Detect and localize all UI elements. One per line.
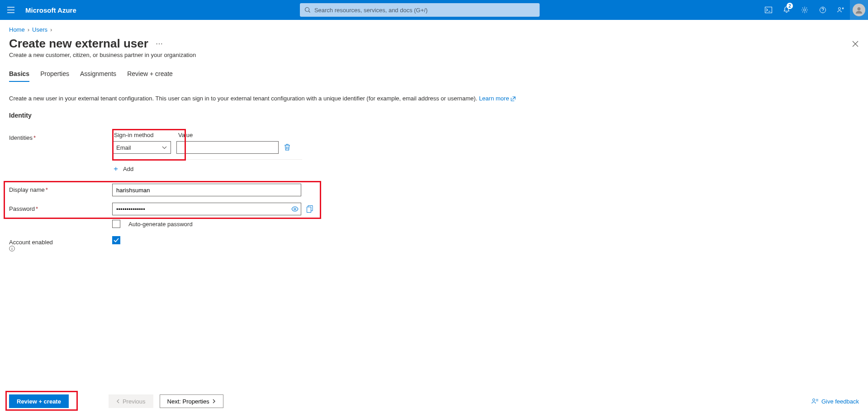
add-identity-button[interactable]: ＋ Add (112, 159, 302, 177)
page-title: Create new external user (9, 37, 148, 51)
external-link-icon (511, 96, 516, 101)
trash-icon (284, 144, 290, 151)
autogen-checkbox[interactable] (112, 220, 120, 228)
top-header: Microsoft Azure 2 (0, 0, 868, 20)
page-subtitle: Create a new customer, citizen, or busin… (0, 52, 868, 64)
feedback-icon (837, 6, 844, 14)
account-enabled-label: Account enabled (9, 236, 112, 252)
password-input[interactable] (112, 203, 301, 215)
info-button[interactable] (9, 246, 112, 252)
search-box[interactable] (300, 3, 540, 17)
tabs: Basics Properties Assignments Review + c… (0, 64, 868, 82)
hamburger-icon (7, 7, 14, 13)
tab-review-create[interactable]: Review + create (127, 66, 173, 82)
menu-toggle[interactable] (0, 0, 22, 20)
check-icon (114, 238, 119, 242)
brand-label[interactable]: Microsoft Azure (22, 6, 80, 14)
account-button[interactable] (850, 0, 868, 20)
svg-point-2 (804, 9, 806, 11)
feedback-button[interactable] (832, 0, 850, 20)
intro-text: Create a new user in your external tenan… (9, 95, 859, 102)
breadcrumb-home[interactable]: Home (9, 26, 25, 33)
plus-icon: ＋ (112, 164, 119, 174)
svg-point-5 (858, 7, 861, 10)
info-icon (9, 246, 15, 252)
search-container (80, 3, 759, 17)
account-enabled-row: Account enabled (9, 236, 859, 252)
more-actions-button[interactable]: ⋯ (156, 39, 163, 48)
signin-method-label: Sign-in method (112, 132, 171, 138)
svg-point-0 (305, 8, 309, 12)
password-row: Password* (9, 203, 859, 215)
header-actions: 2 (759, 0, 868, 20)
notifications-button[interactable]: 2 (778, 0, 796, 20)
autogen-row: Auto-generate password (9, 220, 859, 228)
title-row: Create new external user ⋯ (0, 35, 868, 52)
toggle-password-button[interactable] (291, 206, 299, 212)
display-name-row: Display name* (9, 184, 859, 196)
search-input[interactable] (314, 7, 535, 14)
help-button[interactable] (814, 0, 832, 20)
copy-password-button[interactable] (307, 205, 313, 213)
close-icon (852, 40, 859, 47)
value-label: Value (176, 132, 279, 138)
cloud-shell-button[interactable] (759, 0, 778, 20)
chevron-down-icon (162, 146, 167, 149)
breadcrumb-users[interactable]: Users (32, 26, 47, 33)
delete-identity-button[interactable] (284, 144, 290, 151)
learn-more-link[interactable]: Learn more (479, 95, 516, 102)
signin-method-select[interactable]: Email (112, 141, 171, 154)
svg-point-6 (294, 208, 296, 210)
autogen-label: Auto-generate password (128, 221, 193, 228)
tab-basics[interactable]: Basics (9, 66, 29, 82)
display-name-input[interactable] (112, 184, 301, 196)
display-name-label: Display name* (9, 184, 112, 193)
svg-rect-7 (307, 207, 311, 213)
search-icon (304, 7, 311, 13)
cloud-shell-icon (765, 7, 772, 13)
svg-rect-1 (765, 7, 772, 13)
help-icon (819, 6, 826, 14)
svg-point-4 (839, 8, 841, 10)
tab-assignments[interactable]: Assignments (80, 66, 116, 82)
chevron-right-icon: › (50, 26, 52, 33)
value-input[interactable] (176, 141, 279, 154)
account-enabled-checkbox[interactable] (112, 236, 120, 244)
chevron-right-icon: › (28, 26, 29, 33)
breadcrumb: Home › Users › (0, 20, 868, 35)
content: Create a new user in your external tenan… (0, 82, 868, 267)
gear-icon (801, 6, 808, 14)
avatar-icon (853, 4, 865, 16)
password-label: Password* (9, 203, 112, 212)
notification-badge: 2 (787, 3, 793, 9)
settings-button[interactable] (796, 0, 814, 20)
copy-icon (307, 205, 313, 213)
section-identity: Identity (9, 112, 859, 119)
identities-row: Identities* Sign-in method Email Value (9, 132, 859, 154)
tab-properties[interactable]: Properties (40, 66, 69, 82)
identities-label: Identities* (9, 132, 112, 141)
eye-icon (291, 206, 299, 212)
close-button[interactable] (852, 40, 859, 47)
